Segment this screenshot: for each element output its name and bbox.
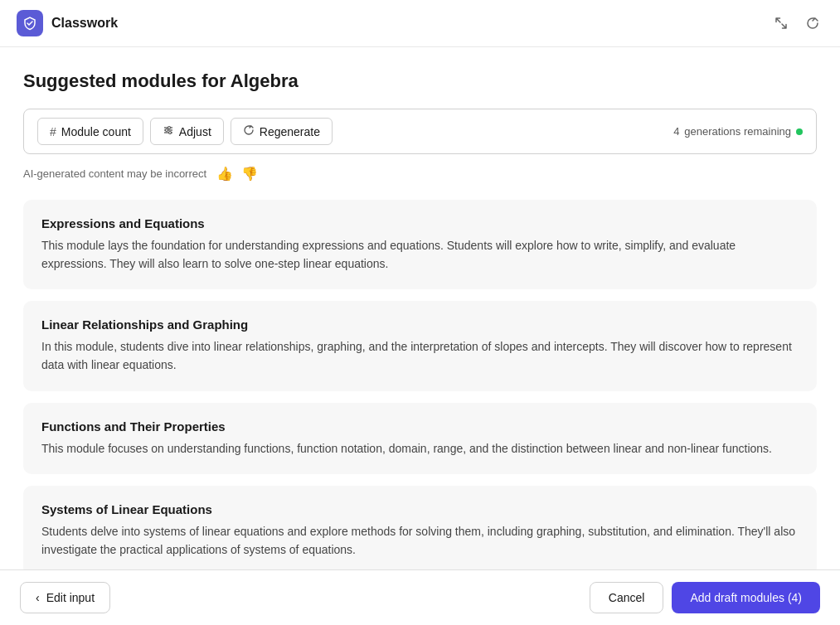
feedback-row: AI-generated content may be incorrect 👍 … bbox=[23, 164, 817, 183]
regenerate-icon bbox=[243, 124, 255, 138]
module-title-4: Systems of Linear Equations bbox=[41, 502, 799, 516]
page-title: Suggested modules for Algebra bbox=[23, 70, 817, 92]
main-content: Suggested modules for Algebra # Module c… bbox=[0, 47, 840, 625]
adjust-icon bbox=[163, 124, 174, 138]
toolbar: # Module count Adjust bbox=[23, 109, 817, 154]
modules-list: Expressions and Equations This module la… bbox=[23, 200, 817, 576]
module-count-button[interactable]: # Module count bbox=[37, 118, 143, 145]
app-header: Classwork bbox=[0, 0, 840, 47]
svg-point-3 bbox=[168, 127, 170, 129]
module-desc-4: Students delve into systems of linear eq… bbox=[41, 523, 799, 559]
svg-point-5 bbox=[168, 132, 171, 134]
thumbs-up-button[interactable]: 👍 bbox=[215, 164, 235, 183]
add-modules-button[interactable]: Add draft modules (4) bbox=[672, 582, 820, 613]
module-card-1: Expressions and Equations This module la… bbox=[23, 200, 817, 289]
generations-label: generations remaining bbox=[684, 125, 791, 138]
svg-point-4 bbox=[165, 129, 168, 132]
header-left: Classwork bbox=[17, 10, 118, 36]
back-icon: ‹ bbox=[36, 591, 40, 604]
module-card-2: Linear Relationships and Graphing In thi… bbox=[23, 301, 817, 390]
refresh-button[interactable] bbox=[802, 12, 823, 34]
footer-right: Cancel Add draft modules (4) bbox=[590, 582, 820, 613]
module-title-3: Functions and Their Properties bbox=[41, 419, 799, 434]
status-dot bbox=[796, 128, 803, 135]
module-desc-3: This module focuses on understanding fun… bbox=[41, 440, 799, 458]
expand-button[interactable] bbox=[770, 12, 792, 34]
footer: ‹ Edit input Cancel Add draft modules (4… bbox=[0, 569, 840, 625]
app-logo bbox=[17, 10, 43, 36]
edit-input-button[interactable]: ‹ Edit input bbox=[20, 582, 110, 613]
toolbar-buttons: # Module count Adjust bbox=[37, 118, 333, 145]
thumbs-down-button[interactable]: 👎 bbox=[240, 164, 260, 183]
adjust-button[interactable]: Adjust bbox=[150, 118, 224, 145]
header-actions bbox=[770, 12, 823, 34]
module-desc-1: This module lays the foundation for unde… bbox=[41, 237, 799, 273]
cancel-button[interactable]: Cancel bbox=[590, 582, 664, 613]
regenerate-button[interactable]: Regenerate bbox=[231, 118, 333, 145]
hash-icon: # bbox=[50, 125, 56, 138]
module-title-2: Linear Relationships and Graphing bbox=[41, 317, 799, 332]
module-card-4: Systems of Linear Equations Students del… bbox=[23, 486, 817, 575]
feedback-icons: 👍 👎 bbox=[215, 164, 260, 183]
edit-input-label: Edit input bbox=[46, 591, 95, 604]
adjust-label: Adjust bbox=[179, 125, 211, 138]
module-count-label: Module count bbox=[61, 125, 131, 138]
regenerate-label: Regenerate bbox=[260, 125, 320, 138]
module-desc-2: In this module, students dive into linea… bbox=[41, 338, 799, 374]
app-title: Classwork bbox=[51, 16, 118, 31]
module-title-1: Expressions and Equations bbox=[41, 216, 799, 230]
generations-info: 4 generations remaining bbox=[673, 125, 803, 138]
ai-notice-text: AI-generated content may be incorrect bbox=[23, 167, 206, 180]
module-card-3: Functions and Their Properties This modu… bbox=[23, 403, 817, 475]
generations-count: 4 bbox=[673, 125, 679, 138]
